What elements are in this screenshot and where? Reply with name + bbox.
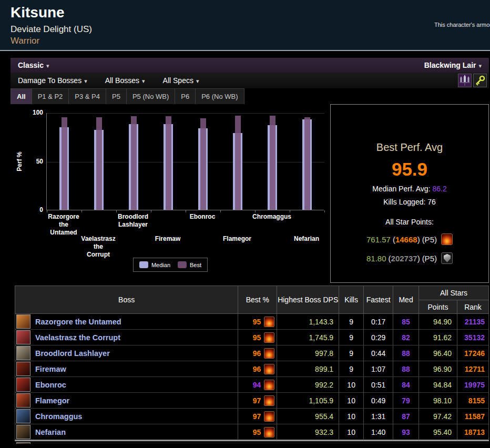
tab-p6-no-wb[interactable]: P6 (No WB) <box>196 88 244 104</box>
boss-table-body: Razorgore the Untamed951,143.390:178594.… <box>15 314 489 440</box>
specs-dropdown[interactable]: All Specs▾ <box>163 76 199 85</box>
all-star-points-label: All Star Points: <box>331 218 488 226</box>
boss-link-nefarian[interactable]: Nefarian <box>35 428 66 436</box>
all-star-phase: (P5) <box>422 235 437 244</box>
table-row-vaelastrasz-the-corrupt[interactable]: Vaelastrasz the Corrupt951,745.990:29829… <box>15 330 489 345</box>
boss-link-vaelastrasz-the-corrupt[interactable]: Vaelastrasz the Corrupt <box>35 333 120 342</box>
median-percent-value: 84 <box>393 377 419 393</box>
col-header-kills[interactable]: Kills <box>339 286 364 314</box>
expansion-label: Classic <box>18 61 44 69</box>
col-header-best[interactable]: Best % <box>238 286 277 314</box>
zone-dropdown[interactable]: Blackwing Lair▾ <box>424 61 482 69</box>
paren: ) <box>417 235 420 244</box>
metric-dropdown[interactable]: Damage To Bosses▾ <box>18 76 87 85</box>
best-percent-value[interactable]: 95 <box>253 318 261 326</box>
table-row-flamegor[interactable]: Flamegor971,105.9100:497998.108155 <box>15 393 489 409</box>
best-bar-vaelastrasz-the-corrupt[interactable] <box>96 117 102 210</box>
boss-link-flamegor[interactable]: Flamegor <box>35 396 69 405</box>
fury-spec-icon <box>441 233 453 245</box>
fastest-value: 1:40 <box>364 424 393 440</box>
tab-p6[interactable]: P6 <box>175 88 196 104</box>
table-row-ebonroc[interactable]: Ebonroc94992.2100:518494.8419975 <box>15 377 489 393</box>
all-star-rank-cell[interactable]: 17246 <box>457 345 488 361</box>
table-row-chromaggus[interactable]: Chromaggus97955.4101:318797.4211587 <box>15 409 489 424</box>
col-header-rank[interactable]: Rank <box>457 300 488 314</box>
chevron-down-icon: ▾ <box>46 63 49 69</box>
best-bar-firemaw[interactable] <box>166 116 171 210</box>
best-percent-value[interactable]: 97 <box>253 412 261 421</box>
best-percent-value[interactable]: 96 <box>253 365 261 373</box>
median-percent-value: 87 <box>393 409 419 424</box>
main-content: Classic▾ Blackwing Lair▾ Damage To Bosse… <box>0 51 490 444</box>
median-percent-value: 85 <box>393 314 419 330</box>
character-server: Deviate Delight (US) <box>11 24 92 35</box>
table-row-razorgore-the-untamed[interactable]: Razorgore the Untamed951,143.390:178594.… <box>15 314 489 330</box>
boss-link-broodlord-lashlayer[interactable]: Broodlord Lashlayer <box>35 349 110 358</box>
best-bar-broodlord-lashlayer[interactable] <box>131 116 137 210</box>
tab-all[interactable]: All <box>11 88 32 104</box>
tab-p3-p4[interactable]: P3 & P4 <box>69 88 106 104</box>
tab-p1-p2[interactable]: P1 & P2 <box>32 88 69 104</box>
expansion-dropdown[interactable]: Classic▾ <box>18 61 49 69</box>
all-star-rank-cell[interactable]: 21135 <box>457 314 488 330</box>
zone-toolbar: Classic▾ Blackwing Lair▾ <box>11 58 489 73</box>
boss-link-razorgore-the-untamed[interactable]: Razorgore the Untamed <box>35 318 121 326</box>
table-row-nefarian[interactable]: Nefarian95932.3101:409395.4018713 <box>15 424 489 440</box>
col-header-med[interactable]: Med <box>393 286 419 314</box>
all-star-rank-cell[interactable]: 18713 <box>457 424 488 440</box>
boss-icon <box>16 442 30 444</box>
legend-swatch <box>178 261 187 268</box>
best-percent-value[interactable]: 96 <box>253 349 261 358</box>
character-header: Kitsune Deviate Delight (US) Warrior Thi… <box>0 0 490 51</box>
boss-link-ebonroc[interactable]: Ebonroc <box>35 381 66 389</box>
all-star-points-value: 81.80 <box>366 254 386 263</box>
chart-x-label-nefarian: Nefarian <box>283 235 330 243</box>
median-percent-value: 88 <box>393 345 419 361</box>
best-bar-nefarian[interactable] <box>304 117 310 210</box>
boss-cell: Nefarian <box>15 425 238 439</box>
col-header-dps[interactable]: Highest Boss DPS <box>277 286 339 314</box>
kills-value: 10 <box>339 393 364 409</box>
best-bar-flamegor[interactable] <box>235 116 241 210</box>
best-percent-value[interactable]: 94 <box>253 381 261 389</box>
legend-label: Best <box>190 262 201 268</box>
table-row-broodlord-lashlayer[interactable]: Broodlord Lashlayer96997.890:448896.4017… <box>15 345 489 361</box>
fastest-value: 0:44 <box>364 345 393 361</box>
col-header-boss[interactable]: Boss <box>15 286 238 314</box>
best-bar-ebonroc[interactable] <box>200 118 206 210</box>
all-star-rank-cell[interactable]: 12711 <box>457 361 488 377</box>
all-star-rank-cell[interactable]: 35132 <box>457 330 488 345</box>
bosses-dropdown[interactable]: All Bosses▾ <box>105 76 145 85</box>
legend-entry-best[interactable]: Best <box>178 261 201 268</box>
all-star-points-cell: 91.62 <box>419 330 457 345</box>
swords-icon[interactable] <box>458 74 472 87</box>
boss-link-chromaggus[interactable]: Chromaggus <box>35 412 82 421</box>
tab-p5-no-wb[interactable]: P5 (No WB) <box>127 88 175 104</box>
best-percent-value[interactable]: 97 <box>253 396 261 405</box>
fury-spec-icon <box>264 364 274 374</box>
best-perf-avg-value: 95.9 <box>331 159 488 180</box>
best-bar-chromaggus[interactable] <box>270 116 275 210</box>
boss-cell: Flamegor <box>15 393 238 408</box>
median-percent-value: 93 <box>393 424 419 440</box>
table-row-firemaw[interactable]: Firemaw96899.191:078896.9012711 <box>15 361 489 377</box>
partial-next-row <box>15 440 489 444</box>
all-star-rank-cell[interactable]: 11587 <box>457 409 488 424</box>
best-percent-value[interactable]: 95 <box>253 333 261 342</box>
key-icon[interactable] <box>473 74 487 87</box>
legend-entry-median[interactable]: Median <box>139 261 170 268</box>
boss-cell: Razorgore the Untamed <box>15 314 238 329</box>
tab-p5[interactable]: P5 <box>106 88 127 104</box>
col-header-fastest[interactable]: Fastest <box>364 286 393 314</box>
chevron-down-icon: ▾ <box>84 78 87 84</box>
all-star-rank-cell[interactable]: 8155 <box>457 393 488 409</box>
allstar-rows: 761.57(14668)(P5)81.80(202737)(P5) <box>331 233 488 264</box>
phase-tabs: AllP1 & P2P3 & P4P5P5 (No WB)P6P6 (No WB… <box>11 88 489 104</box>
all-star-rank-group: (14668) <box>393 235 420 244</box>
all-star-rank-cell[interactable]: 19975 <box>457 377 488 393</box>
best-percent-value[interactable]: 95 <box>253 428 261 436</box>
best-bar-razorgore-the-untamed[interactable] <box>62 117 67 210</box>
boss-link-firemaw[interactable]: Firemaw <box>35 365 66 373</box>
col-header-points[interactable]: Points <box>419 300 457 314</box>
filter-icon-buttons <box>458 74 487 87</box>
